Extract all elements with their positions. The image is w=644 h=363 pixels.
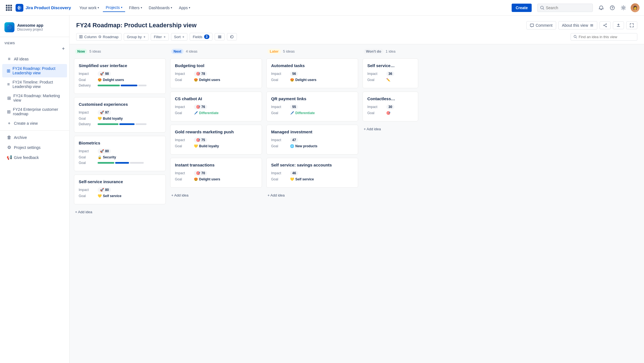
card-automated-tasks[interactable]: Automated tasks Impact 56 Goal 😍 Delight… bbox=[266, 58, 358, 88]
manage-fields-button[interactable] bbox=[215, 33, 225, 40]
sidebar-item-all-ideas[interactable]: ≡ All ideas bbox=[2, 54, 67, 64]
goal-badge: 😍 Delight users bbox=[290, 78, 316, 82]
nav-apps[interactable]: Apps ▾ bbox=[176, 4, 193, 12]
fields-button[interactable]: Fields 3 bbox=[190, 33, 212, 41]
fullscreen-button[interactable] bbox=[626, 21, 637, 29]
card-title: Self service… bbox=[367, 63, 413, 68]
svg-point-1 bbox=[19, 7, 20, 8]
refresh-button[interactable] bbox=[227, 33, 237, 40]
svg-point-10 bbox=[606, 24, 607, 24]
impact-badge: 🎯 75 bbox=[194, 138, 207, 143]
share-button[interactable] bbox=[600, 21, 611, 29]
filter-button[interactable]: Filter + bbox=[151, 33, 169, 41]
sort-button[interactable]: Sort + bbox=[171, 33, 187, 41]
idea-search[interactable] bbox=[571, 33, 637, 41]
card-simplified-user-interface[interactable]: Simplified user interface Impact 🚀 98 Go… bbox=[74, 58, 166, 94]
chevron-down-icon: ▾ bbox=[189, 6, 190, 9]
nav-your-work[interactable]: Your work ▾ bbox=[76, 4, 102, 12]
col-count-later: 5 ideas bbox=[283, 49, 295, 53]
col-status-later: Later bbox=[267, 49, 281, 54]
search-input[interactable] bbox=[546, 6, 585, 10]
nav-links: Your work ▾ Projects ▾ Filters ▾ Dashboa… bbox=[76, 4, 509, 12]
notifications-icon[interactable] bbox=[597, 4, 605, 12]
card-qr-payment-links[interactable]: QR payment links Impact 55 Goal 🖊️ Diffe… bbox=[266, 92, 358, 121]
nav-dashboards[interactable]: Dashboards ▾ bbox=[146, 4, 175, 12]
svg-point-21 bbox=[574, 35, 576, 38]
card-biometrics[interactable]: Biometrics Impact 🚀 80 Goal 🔒 Security bbox=[74, 136, 166, 171]
card-gold-rewards-marketing-push[interactable]: Gold rewards marketing push Impact 🎯 75 … bbox=[170, 125, 262, 154]
project-header: 🔵 Awesome app Discovery project bbox=[0, 20, 69, 37]
card-title: QR payment links bbox=[271, 96, 353, 101]
help-icon[interactable]: ? bbox=[608, 4, 616, 12]
logo-text: Jira Product Discovery bbox=[26, 5, 71, 10]
column-next: Next 4 ideas Budgeting tool Impact 🎯 78 … bbox=[170, 49, 262, 359]
card-managed-investment[interactable]: Managed investment Impact 47 Goal 🌐 New … bbox=[266, 125, 358, 154]
nav-projects[interactable]: Projects ▾ bbox=[103, 4, 125, 12]
sidebar-item-fy24-roadmap-marketing[interactable]: ⊞ FY24 Roadmap: Marketing view bbox=[2, 91, 67, 105]
settings-icon[interactable] bbox=[620, 4, 627, 12]
nav-filters[interactable]: Filters ▾ bbox=[126, 4, 145, 12]
app-grid-button[interactable] bbox=[4, 3, 13, 12]
user-avatar[interactable]: 👩 bbox=[631, 3, 640, 12]
add-idea-wontdo[interactable]: + Add idea bbox=[363, 125, 418, 133]
svg-point-11 bbox=[604, 25, 605, 26]
svg-rect-18 bbox=[218, 36, 221, 36]
project-type: Discovery project bbox=[17, 28, 43, 31]
main-header: FY24 Roadmap: Product Leadership view Co… bbox=[70, 16, 644, 44]
idea-search-input[interactable] bbox=[579, 35, 629, 39]
add-idea-now[interactable]: + Add idea bbox=[74, 208, 166, 216]
project-icon: 🔵 bbox=[4, 22, 14, 32]
card-instant-transactions[interactable]: Instant transactions Impact 🎯 70 Goal 😍 … bbox=[170, 158, 262, 188]
delivery-bar bbox=[98, 123, 147, 125]
goal-badge: 😍 Delight users bbox=[98, 78, 124, 82]
add-view-icon[interactable]: + bbox=[62, 46, 65, 52]
card-self-service-insurance[interactable]: Self-service insurance Impact 🚀 80 Goal … bbox=[74, 175, 166, 204]
impact-badge: 🎯 70 bbox=[194, 171, 207, 176]
card-title: Biometrics bbox=[79, 141, 161, 145]
svg-rect-15 bbox=[80, 35, 81, 38]
goal-badge: 💛 Self service bbox=[290, 177, 314, 181]
card-cs-chatbot-ai[interactable]: CS chatbot AI Impact 🎯 76 Goal 🖊️ Differ… bbox=[170, 92, 262, 121]
card-budgeting-tool[interactable]: Budgeting tool Impact 🎯 78 Goal 😍 Deligh… bbox=[170, 58, 262, 88]
sidebar-item-project-settings[interactable]: ⚙ Project settings bbox=[2, 143, 67, 152]
column-button[interactable]: Column Roadmap bbox=[76, 33, 122, 41]
goal-badge: 😍 Delight users bbox=[194, 78, 220, 82]
create-button[interactable]: Create bbox=[512, 4, 532, 12]
col-count-next: 4 ideas bbox=[186, 49, 197, 53]
fields-badge: 3 bbox=[204, 35, 209, 39]
refresh-icon bbox=[230, 35, 234, 39]
plus-icon-filter: + bbox=[164, 35, 166, 39]
goal-badge: 💛 Build loyalty bbox=[98, 117, 123, 121]
card-self-service-savings[interactable]: Self service: savings accounts Impact 46… bbox=[266, 158, 358, 188]
fullscreen-icon bbox=[630, 23, 634, 27]
sidebar-item-fy24-roadmap-product[interactable]: ⊞ FY24 Roadmap: Product Leadership view bbox=[2, 64, 67, 77]
sidebar-item-fy24-enterprise[interactable]: ⊞ FY24 Enterprise customer roadmap bbox=[2, 105, 67, 118]
plus-icon: + bbox=[7, 121, 12, 126]
upload-button[interactable] bbox=[613, 21, 624, 29]
sidebar-item-create-view[interactable]: + Create a view bbox=[2, 119, 67, 128]
list-icon: ≡ bbox=[7, 57, 12, 62]
impact-badge: 🚀 97 bbox=[98, 110, 111, 115]
add-idea-next[interactable]: + Add idea bbox=[170, 191, 262, 200]
card-contactless-partial[interactable]: Contactless… Impact 30 Goal 🎯 bbox=[363, 92, 418, 121]
svg-rect-19 bbox=[218, 37, 221, 37]
groupby-button[interactable]: Group by + bbox=[124, 33, 148, 41]
upload-icon bbox=[616, 23, 620, 27]
card-customised-experiences[interactable]: Customised experiences Impact 🚀 97 Goal … bbox=[74, 97, 166, 133]
add-idea-later[interactable]: + Add idea bbox=[266, 191, 358, 200]
comment-button[interactable]: Comment bbox=[526, 21, 556, 30]
page-title: FY24 Roadmap: Product Leadership view bbox=[76, 22, 197, 29]
timeline-icon: ≡ bbox=[7, 82, 10, 87]
card-title: Instant transactions bbox=[175, 163, 257, 167]
sidebar-item-fy24-timeline-product[interactable]: ≡ FY24 Timeline: Product Leadership view bbox=[2, 78, 67, 91]
sidebar-item-archive[interactable]: 🗑 Archive bbox=[2, 133, 67, 142]
card-self-service-partial[interactable]: Self service… Impact 36 Goal ✏️ bbox=[363, 58, 418, 88]
about-this-view-button[interactable]: About this view bbox=[558, 21, 597, 30]
svg-rect-20 bbox=[218, 38, 221, 38]
sidebar-item-give-feedback[interactable]: 📢 Give feedback bbox=[2, 153, 67, 162]
impact-badge: 🚀 80 bbox=[98, 187, 111, 192]
card-title: Budgeting tool bbox=[175, 63, 257, 68]
chevron-down-icon: ▾ bbox=[121, 6, 122, 9]
col-status-wontdo: Won't do bbox=[364, 49, 383, 54]
global-search[interactable] bbox=[537, 4, 593, 12]
